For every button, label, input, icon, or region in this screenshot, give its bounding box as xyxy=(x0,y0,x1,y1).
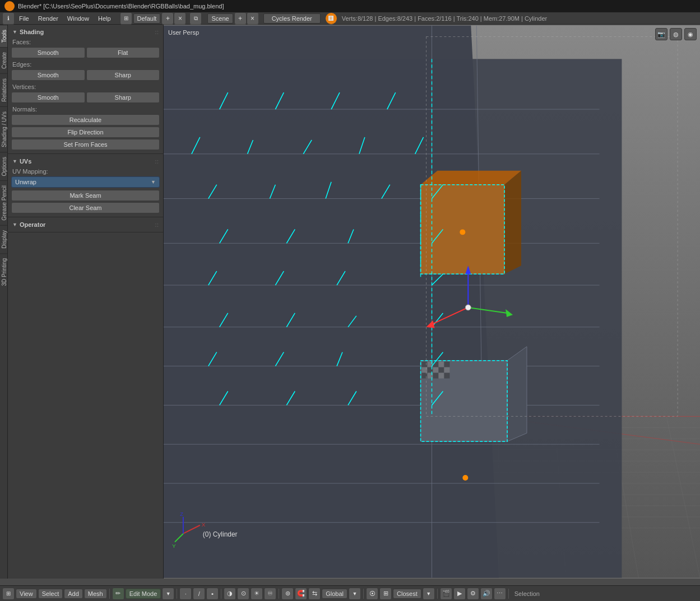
blender-logo-icon xyxy=(4,1,15,11)
sharp-vertices-btn[interactable]: Sharp xyxy=(86,92,160,103)
solid-view-icon[interactable]: ◑ xyxy=(224,588,236,600)
separator-1 xyxy=(109,589,110,599)
mark-seam-btn[interactable]: Mark Seam xyxy=(11,190,160,201)
render-cam-icon[interactable]: 🎬 xyxy=(440,588,452,600)
viewport-canvas[interactable]: X Z Y (0) Cylinder xyxy=(164,25,700,579)
svg-rect-56 xyxy=(433,373,438,379)
scene-add-icon[interactable]: + xyxy=(234,12,247,25)
info-icon-btn[interactable]: ℹ xyxy=(2,12,15,25)
window-title: Blender* [C:\Users\SeoPlus\Documents\Ble… xyxy=(18,3,224,10)
viewport-icon[interactable]: ⧉ xyxy=(189,12,202,25)
render-anim-icon[interactable]: ▶ xyxy=(453,588,466,600)
shading-section: ▼ Shading :: Faces: Smooth Flat Edges: S… xyxy=(8,25,163,154)
render-audio-icon[interactable]: 🔊 xyxy=(480,588,493,600)
viewport[interactable]: User Persp xyxy=(164,25,700,579)
vertices-buttons: Smooth Sharp xyxy=(8,91,163,104)
main-area: Tools Create Relations Shading / UVs Opt… xyxy=(0,25,700,579)
tab-3d-printing[interactable]: 3D Printing xyxy=(0,253,7,290)
layout-icon[interactable]: ⊞ xyxy=(120,12,132,25)
global-local-btn[interactable]: Global xyxy=(322,589,347,599)
uvs-collapse-icon[interactable]: ▼ xyxy=(12,159,17,164)
svg-text:(0) Cylinder: (0) Cylinder xyxy=(203,530,238,538)
svg-marker-41 xyxy=(504,171,521,274)
separator-2 xyxy=(177,589,177,599)
set-from-faces-btn[interactable]: Set From Faces xyxy=(11,139,160,150)
flip-direction-btn[interactable]: Flip Direction xyxy=(11,127,160,138)
view-menu-btn[interactable]: View xyxy=(16,589,37,599)
clear-seam-btn[interactable]: Clear Seam xyxy=(11,202,160,213)
render-engine-selector[interactable]: Cycles Render xyxy=(263,13,321,24)
edge-select-icon[interactable]: / xyxy=(193,588,205,600)
tab-grease-pencil[interactable]: Grease Pencil xyxy=(0,180,7,225)
render-settings-icon[interactable]: ⚙ xyxy=(467,588,479,600)
cycles-view-icon[interactable]: ♾ xyxy=(264,588,276,600)
render-view-icon[interactable]: ☀ xyxy=(251,588,263,600)
menu-file[interactable]: File xyxy=(15,14,34,23)
edges-buttons: Smooth Sharp xyxy=(8,68,163,82)
menu-render[interactable]: Render xyxy=(34,14,63,23)
edit-mode-btn[interactable]: Edit Mode xyxy=(126,589,161,599)
layout-close-icon[interactable]: × xyxy=(174,12,186,25)
viewport-camera-icon[interactable]: 📷 xyxy=(655,28,667,40)
svg-marker-40 xyxy=(421,171,521,185)
snap-settings-icon[interactable]: ⦿ xyxy=(366,588,378,600)
unwrap-dropdown[interactable]: Unwrap ▼ xyxy=(11,176,160,188)
smooth-vertices-btn[interactable]: Smooth xyxy=(11,92,85,103)
snap-expand-icon[interactable]: ▼ xyxy=(423,588,435,600)
render-extra-icon[interactable]: ⋯ xyxy=(494,588,506,600)
sharp-edges-btn[interactable]: Sharp xyxy=(86,69,160,81)
separator-7 xyxy=(508,589,509,599)
svg-rect-54 xyxy=(422,373,428,379)
edit-mode-icon[interactable]: ✏ xyxy=(112,588,124,600)
viewport-material-icon[interactable]: ◍ xyxy=(670,28,682,40)
proportional-edit-icon[interactable]: ⊚ xyxy=(281,588,294,600)
separator-4 xyxy=(279,589,279,599)
menubar: ℹ File Render Window Help ⊞ Default + × … xyxy=(0,12,700,25)
select-menu-btn[interactable]: Select xyxy=(38,589,63,599)
operator-collapse-icon[interactable]: ▼ xyxy=(12,222,17,227)
operator-drag-icon: :: xyxy=(155,222,159,228)
edges-label: Edges: xyxy=(8,59,163,68)
scene-close-icon[interactable]: × xyxy=(247,12,259,25)
material-view-icon[interactable]: ⊙ xyxy=(237,588,249,600)
operator-title: Operator xyxy=(20,221,45,228)
viewport-type-icon[interactable]: ⊞ xyxy=(2,588,15,600)
tab-options[interactable]: Options xyxy=(0,152,7,180)
tab-tools[interactable]: Tools xyxy=(0,25,7,47)
menu-help[interactable]: Help xyxy=(94,14,115,23)
faces-buttons: Smooth Flat xyxy=(8,46,163,59)
vertex-select-icon[interactable]: · xyxy=(179,588,192,600)
operator-header: ▼ Operator :: xyxy=(8,220,163,230)
recalculate-btn[interactable]: Recalculate xyxy=(11,114,160,125)
tab-display[interactable]: Display xyxy=(0,225,7,253)
snap2-icon[interactable]: ⊞ xyxy=(379,588,392,600)
tab-relations[interactable]: Relations xyxy=(0,73,7,106)
global-expand-icon[interactable]: ▼ xyxy=(349,588,361,600)
dropdown-arrow-icon: ▼ xyxy=(151,179,156,185)
stats-bar: Verts:8/128 | Edges:8/243 | Faces:2/116 … xyxy=(342,15,547,22)
flat-faces-btn[interactable]: Flat xyxy=(86,47,160,58)
tab-shading-uvs[interactable]: Shading / UVs xyxy=(0,106,7,152)
snap-to-btn[interactable]: Closest xyxy=(393,589,421,599)
face-select-icon[interactable]: ▪ xyxy=(206,588,219,600)
bottom-toolbar: ⊞ View Select Add Mesh ✏ Edit Mode ▼ · /… xyxy=(0,585,700,601)
scene-selector[interactable]: Scene xyxy=(207,13,233,24)
viewport-render-icon[interactable]: ◉ xyxy=(684,28,697,40)
menu-window[interactable]: Window xyxy=(63,14,94,23)
tab-create[interactable]: Create xyxy=(0,47,7,73)
svg-rect-49 xyxy=(422,367,428,373)
snap-icon[interactable]: 🧲 xyxy=(295,588,307,600)
add-menu-btn[interactable]: Add xyxy=(64,589,83,599)
layout-add-icon[interactable]: + xyxy=(161,12,174,25)
smooth-faces-btn[interactable]: Smooth xyxy=(11,47,85,58)
layout-selector[interactable]: Default xyxy=(133,13,161,24)
mirror-icon[interactable]: ⇆ xyxy=(308,588,321,600)
mesh-menu-btn[interactable]: Mesh xyxy=(84,589,107,599)
uvs-title: UVs xyxy=(20,158,31,165)
shading-collapse-icon[interactable]: ▼ xyxy=(12,29,17,35)
mode-expand-icon[interactable]: ▼ xyxy=(162,588,174,600)
svg-rect-51 xyxy=(433,367,438,373)
svg-text:X: X xyxy=(202,521,206,528)
blender-version-icon: 🅱 xyxy=(325,12,337,25)
smooth-edges-btn[interactable]: Smooth xyxy=(11,69,85,81)
